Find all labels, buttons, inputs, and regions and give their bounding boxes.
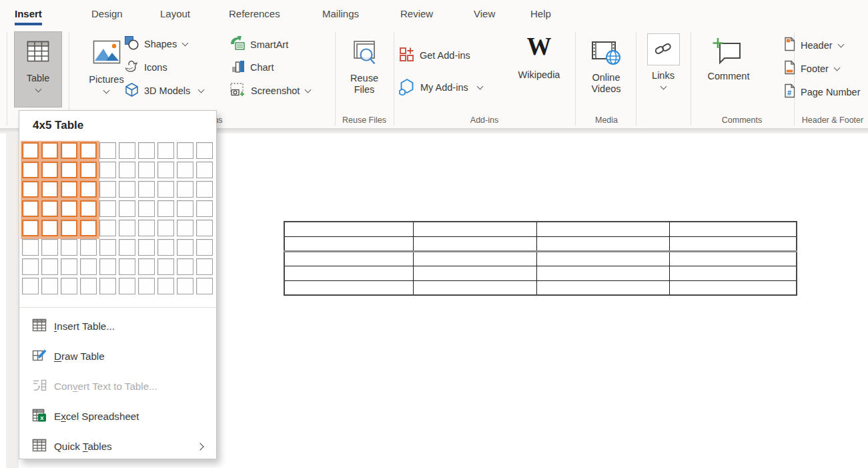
tab-insert[interactable]: Insert [15, 8, 42, 25]
grid-cell-5x5[interactable] [99, 220, 116, 236]
grid-cell-6x1[interactable] [119, 142, 135, 159]
menu-item-draw-table[interactable]: Draw Table [19, 341, 216, 371]
links-button[interactable]: Links [637, 31, 689, 89]
shapes-button[interactable]: Shapes [124, 35, 187, 53]
grid-cell-8x3[interactable] [157, 181, 174, 198]
chart-button[interactable]: Chart [231, 59, 274, 76]
tab-layout[interactable]: Layout [160, 8, 190, 19]
grid-cell-6x3[interactable] [119, 181, 135, 198]
grid-cell-8x5[interactable] [157, 220, 174, 236]
grid-cell-6x7[interactable] [119, 258, 135, 275]
document-table-cell[interactable] [413, 280, 536, 295]
grid-cell-2x4[interactable] [41, 200, 58, 217]
comment-button[interactable]: Comment [699, 31, 758, 82]
screenshot-button[interactable]: Screenshot [230, 82, 310, 99]
tab-design[interactable]: Design [91, 8, 123, 19]
grid-cell-7x3[interactable] [138, 181, 155, 198]
grid-cell-8x4[interactable] [157, 200, 174, 217]
grid-cell-2x1[interactable] [41, 142, 58, 159]
grid-cell-1x2[interactable] [22, 162, 39, 178]
smartart-button[interactable]: SmartArt [230, 36, 288, 53]
grid-cell-3x2[interactable] [61, 162, 77, 178]
document-table-cell[interactable] [536, 266, 669, 280]
grid-cell-5x6[interactable] [99, 239, 116, 256]
grid-cell-1x7[interactable] [22, 258, 39, 275]
tab-references[interactable]: References [229, 8, 280, 19]
grid-cell-4x1[interactable] [80, 142, 97, 159]
grid-cell-1x8[interactable] [22, 278, 39, 294]
grid-cell-8x6[interactable] [157, 239, 174, 256]
tab-mailings[interactable]: Mailings [322, 8, 359, 19]
grid-cell-4x2[interactable] [80, 162, 97, 178]
page-number-button[interactable]: # Page Number [783, 83, 860, 101]
header-button[interactable]: Header [783, 37, 843, 54]
online-videos-button[interactable]: Online Videos [578, 31, 634, 95]
grid-cell-7x1[interactable] [138, 142, 155, 159]
grid-cell-8x8[interactable] [157, 278, 174, 294]
grid-cell-2x3[interactable] [41, 181, 58, 198]
document-table-cell[interactable] [284, 222, 413, 236]
grid-cell-6x2[interactable] [119, 162, 135, 178]
document-table-cell[interactable] [284, 266, 413, 280]
document-table-cell[interactable] [536, 251, 669, 266]
grid-cell-3x1[interactable] [61, 142, 77, 159]
grid-cell-5x2[interactable] [99, 162, 116, 178]
document-table-cell[interactable] [536, 236, 669, 251]
grid-cell-10x5[interactable] [196, 220, 213, 236]
document-table-cell[interactable] [413, 251, 536, 266]
grid-cell-10x4[interactable] [196, 200, 213, 217]
footer-button[interactable]: Footer [783, 60, 839, 77]
table-button[interactable]: Table [14, 31, 62, 107]
grid-cell-1x1[interactable] [22, 142, 39, 159]
grid-cell-10x7[interactable] [196, 258, 213, 275]
grid-cell-9x5[interactable] [177, 220, 193, 236]
document-table-cell[interactable] [284, 236, 413, 251]
grid-cell-4x5[interactable] [80, 220, 97, 236]
menu-item-excel-spreadsheet[interactable]: x Excel Spreadsheet [19, 401, 216, 431]
document-table-cell[interactable] [536, 222, 669, 236]
grid-cell-2x7[interactable] [41, 258, 58, 275]
menu-item-quick-tables[interactable]: Quick Tables [19, 431, 216, 461]
grid-cell-9x3[interactable] [177, 181, 193, 198]
grid-cell-9x8[interactable] [177, 278, 193, 294]
document-table-cell[interactable] [669, 251, 797, 266]
grid-cell-3x5[interactable] [61, 220, 77, 236]
grid-cell-5x3[interactable] [99, 181, 116, 198]
grid-cell-6x5[interactable] [119, 220, 135, 236]
document-table-cell[interactable] [413, 222, 536, 236]
grid-cell-5x7[interactable] [99, 258, 116, 275]
grid-cell-1x5[interactable] [22, 220, 39, 236]
grid-cell-4x3[interactable] [80, 181, 97, 198]
grid-cell-2x5[interactable] [41, 220, 58, 236]
grid-cell-7x8[interactable] [138, 278, 155, 294]
grid-cell-2x8[interactable] [41, 278, 58, 294]
grid-cell-1x3[interactable] [22, 181, 39, 198]
grid-cell-5x4[interactable] [99, 200, 116, 217]
grid-cell-9x1[interactable] [177, 142, 193, 159]
grid-cell-8x7[interactable] [157, 258, 174, 275]
menu-item-convert-text-to-table[interactable]: Convert Text to Table... [19, 371, 216, 401]
grid-cell-1x6[interactable] [22, 239, 39, 256]
grid-cell-10x8[interactable] [196, 278, 213, 294]
grid-cell-7x7[interactable] [138, 258, 155, 275]
document-table-cell[interactable] [284, 280, 413, 295]
document-table-cell[interactable] [669, 280, 797, 295]
grid-cell-4x4[interactable] [80, 200, 97, 217]
grid-cell-2x6[interactable] [41, 239, 58, 256]
grid-cell-10x3[interactable] [196, 181, 213, 198]
grid-cell-9x6[interactable] [177, 239, 193, 256]
table-size-grid[interactable] [22, 142, 215, 297]
tab-view[interactable]: View [474, 8, 495, 19]
grid-cell-3x7[interactable] [61, 258, 77, 275]
grid-cell-3x8[interactable] [61, 278, 77, 294]
grid-cell-3x3[interactable] [61, 181, 77, 198]
document-table[interactable] [284, 221, 797, 296]
document-table-cell[interactable] [669, 222, 797, 236]
menu-item-insert-table[interactable]: Insert Table... [19, 311, 216, 341]
wikipedia-button[interactable]: W Wikipedia [510, 33, 568, 81]
grid-cell-7x6[interactable] [138, 239, 155, 256]
grid-cell-9x4[interactable] [177, 200, 193, 217]
document-table-cell[interactable] [669, 236, 797, 251]
grid-cell-4x8[interactable] [80, 278, 97, 294]
document-table-cell[interactable] [413, 266, 536, 280]
